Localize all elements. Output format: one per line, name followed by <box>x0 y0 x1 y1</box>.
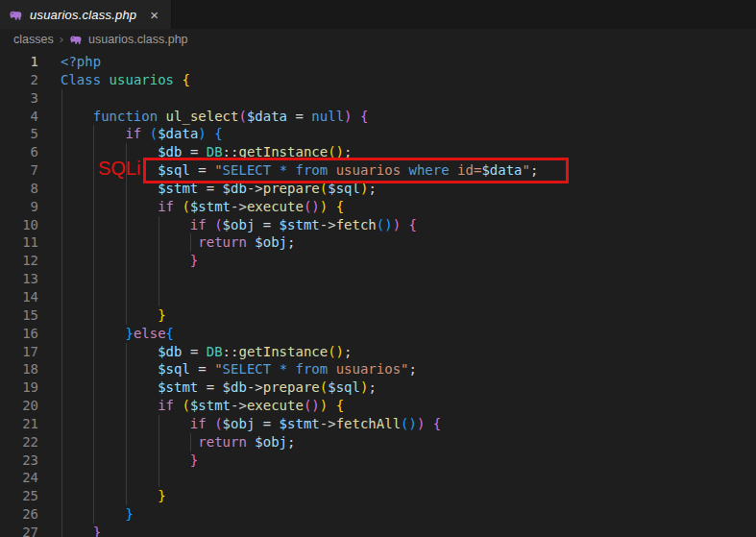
code-text: return $obj; <box>61 233 756 252</box>
line-number[interactable]: 21 <box>0 415 38 433</box>
line-number[interactable]: 25 <box>0 487 38 505</box>
code-line[interactable]: 5 if ($data) { <box>0 125 756 143</box>
breadcrumb-item-classes[interactable]: classes <box>13 33 54 46</box>
indent-guide <box>61 270 62 288</box>
indent-guide <box>159 415 159 433</box>
indent-guide <box>126 306 127 325</box>
line-number[interactable]: 23 <box>0 452 38 470</box>
line-number[interactable]: 12 <box>0 252 38 270</box>
indent-guide <box>159 233 159 252</box>
line-number[interactable]: 13 <box>0 270 38 288</box>
indent-guide <box>159 288 159 306</box>
code-line[interactable]: 20 if ($stmt->execute()) { <box>0 397 756 415</box>
indent-guide <box>61 198 62 216</box>
indent-guide <box>61 469 62 487</box>
code-text: }else{ <box>61 325 756 343</box>
sqli-annotation-label: SQLi <box>98 159 140 178</box>
line-number[interactable]: 17 <box>0 343 38 361</box>
code-line[interactable]: 21 if ($obj = $stmt->fetchAll()) { <box>0 415 756 433</box>
indent-guide <box>159 452 159 470</box>
code-line[interactable]: 16 }else{ <box>0 325 756 343</box>
indent-guide <box>126 270 127 288</box>
chevron-right-icon: › <box>60 32 63 46</box>
line-number[interactable]: 9 <box>0 198 38 216</box>
line-number[interactable]: 19 <box>0 378 38 397</box>
indent-guide <box>61 89 62 108</box>
code-text: if ($obj = $stmt->fetchAll()) { <box>61 415 756 433</box>
code-line[interactable]: 18 $sql = "SELECT * from usuarios"; <box>0 360 756 378</box>
indent-guide <box>93 180 94 198</box>
code-line[interactable]: 12 } <box>0 252 756 270</box>
line-number[interactable]: 10 <box>0 216 38 234</box>
indent-guide <box>93 433 94 452</box>
indent-guide <box>61 452 62 470</box>
indent-guide <box>61 161 62 180</box>
code-line[interactable]: 14 <box>0 288 756 306</box>
indent-guide <box>126 469 127 487</box>
code-area[interactable]: 1<?php2Class usuarios {34 function ul_se… <box>0 49 756 537</box>
code-line[interactable]: 1<?php <box>0 53 756 71</box>
line-number[interactable]: 11 <box>0 233 38 252</box>
code-line[interactable]: 2Class usuarios { <box>0 71 756 89</box>
code-line[interactable]: 9 if ($stmt->execute()) { <box>0 198 756 216</box>
indent-guide <box>61 216 62 234</box>
code-line[interactable]: 7 $sql = "SELECT * from usuarios where i… <box>0 161 756 180</box>
indent-guide <box>61 343 62 361</box>
line-number[interactable]: 15 <box>0 306 38 325</box>
indent-guide <box>126 397 127 415</box>
indent-guide <box>61 252 62 270</box>
code-line[interactable]: 22 return $obj; <box>0 433 756 452</box>
tab-close-icon[interactable]: × <box>147 7 161 23</box>
breadcrumb: classes › usuarios.class.php <box>0 29 756 49</box>
indent-guide <box>93 325 94 343</box>
indent-guide <box>159 433 159 452</box>
code-line[interactable]: 26 } <box>0 505 756 524</box>
code-line[interactable]: 13 <box>0 270 756 288</box>
indent-guide <box>61 378 62 397</box>
line-number[interactable]: 8 <box>0 180 38 198</box>
line-number[interactable]: 16 <box>0 325 38 343</box>
line-number[interactable]: 22 <box>0 433 38 452</box>
line-number[interactable]: 4 <box>0 108 38 126</box>
code-text <box>61 469 756 487</box>
line-number[interactable]: 24 <box>0 469 38 487</box>
code-line[interactable]: 27 } <box>0 524 756 537</box>
line-number[interactable]: 5 <box>0 125 38 143</box>
indent-guide <box>61 360 62 378</box>
line-number[interactable]: 26 <box>0 505 38 524</box>
code-line[interactable]: 10 if ($obj = $stmt->fetch()) { <box>0 216 756 234</box>
code-line[interactable]: 4 function ul_select($data = null) { <box>0 108 756 126</box>
line-number[interactable]: 1 <box>0 53 38 71</box>
indent-guide <box>126 233 127 252</box>
line-number[interactable]: 2 <box>0 71 38 89</box>
code-line[interactable]: 17 $db = DB::getInstance(); <box>0 343 756 361</box>
indent-guide <box>126 415 127 433</box>
code-line[interactable]: 3 <box>0 89 756 108</box>
indent-guide <box>61 505 62 524</box>
code-line[interactable]: 24 <box>0 469 756 487</box>
line-number[interactable]: 7 <box>0 161 38 180</box>
line-number[interactable]: 3 <box>0 89 38 108</box>
code-line[interactable]: 23 } <box>0 452 756 470</box>
code-text <box>61 288 756 306</box>
code-line[interactable]: 25 } <box>0 487 756 505</box>
line-number[interactable]: 27 <box>0 524 38 537</box>
indent-guide <box>93 397 94 415</box>
code-text: } <box>61 452 756 470</box>
code-line[interactable]: 19 $stmt = $db->prepare($sql); <box>0 378 756 397</box>
line-number[interactable]: 6 <box>0 143 38 161</box>
indent-guide <box>159 216 159 234</box>
indent-guide <box>190 433 191 452</box>
vscode-window: usuarios.class.php × classes › usuarios.… <box>0 0 756 537</box>
code-text: if ($stmt->execute()) { <box>61 397 756 415</box>
tab-usuarios-class-php[interactable]: usuarios.class.php × <box>0 0 172 29</box>
code-text: if ($data) { <box>61 125 756 143</box>
line-number[interactable]: 20 <box>0 397 38 415</box>
code-line[interactable]: 11 return $obj; <box>0 233 756 252</box>
line-number[interactable]: 18 <box>0 360 38 378</box>
indent-guide <box>93 288 94 306</box>
line-number[interactable]: 14 <box>0 288 38 306</box>
code-line[interactable]: 15 } <box>0 306 756 325</box>
breadcrumb-item-file[interactable]: usuarios.class.php <box>88 33 188 46</box>
indent-guide <box>61 487 62 505</box>
